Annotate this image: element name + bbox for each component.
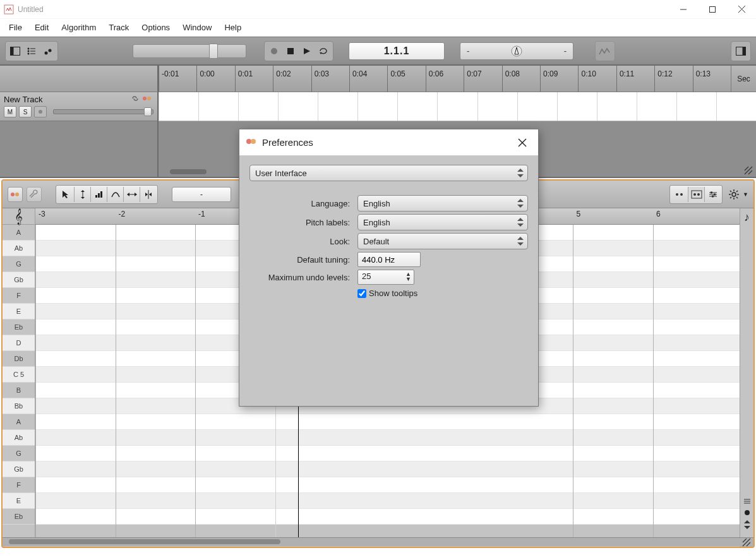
svg-marker-75 — [517, 223, 524, 227]
editor-ruler-label: 5 — [576, 210, 580, 218]
svg-marker-36 — [135, 193, 137, 196]
solo-button[interactable]: S — [19, 106, 32, 117]
view-sliders-icon[interactable] — [704, 187, 721, 202]
look-select[interactable]: Default — [357, 233, 528, 249]
menu-bar: File Edit Algorithm Track Options Window… — [0, 19, 756, 37]
metronome-icon[interactable] — [511, 45, 522, 57]
menu-help[interactable]: Help — [218, 20, 248, 35]
svg-marker-27 — [63, 191, 68, 198]
vertical-move-tool-icon[interactable] — [74, 187, 90, 202]
right-panel-toggle-icon[interactable] — [733, 44, 748, 59]
timeline-resize-icon[interactable] — [743, 165, 753, 176]
svg-point-24 — [39, 110, 42, 114]
tracks-icon[interactable] — [24, 44, 39, 59]
track-link-icon[interactable] — [131, 95, 140, 102]
vscroll-arrows-icon[interactable] — [743, 520, 751, 530]
play-button[interactable] — [299, 44, 315, 59]
fx-icon[interactable] — [597, 44, 613, 59]
view-notes-icon[interactable] — [671, 187, 688, 202]
language-select[interactable]: English — [357, 195, 528, 211]
track-nodes-icon[interactable] — [142, 95, 152, 102]
tuning-label: Default tuning: — [249, 255, 352, 265]
timeline-ruler[interactable]: -0:01 0:00 0:01 0:02 0:03 0:04 0:05 0:06… — [159, 66, 731, 92]
seek-handle[interactable] — [209, 44, 218, 59]
record-arm-button[interactable] — [34, 106, 47, 117]
svg-rect-31 — [95, 195, 97, 198]
ruler-tick-label: 0:09 — [543, 69, 558, 78]
zoom-display[interactable]: - — [172, 187, 231, 202]
menu-edit[interactable]: Edit — [28, 20, 55, 35]
seek-slider[interactable] — [133, 44, 246, 58]
undo-levels-spinner[interactable]: 25▲▼ — [357, 270, 414, 285]
pitch-label: Ab — [3, 241, 35, 256]
spinner-arrows-icon[interactable]: ▲▼ — [405, 271, 411, 282]
menu-file[interactable]: File — [3, 20, 28, 35]
draw-tool-icon[interactable] — [90, 187, 107, 202]
svg-point-43 — [693, 193, 696, 196]
editor-resize-icon[interactable] — [742, 538, 751, 547]
stop-button[interactable] — [283, 44, 298, 59]
menu-algorithm[interactable]: Algorithm — [55, 20, 102, 35]
pitch-label: A — [3, 225, 35, 241]
timeline-hscroll-thumb[interactable] — [170, 169, 207, 174]
record-button[interactable] — [267, 44, 282, 59]
pitch-label: B — [3, 383, 35, 398]
position-display[interactable]: 1.1.1 — [349, 42, 445, 60]
svg-point-15 — [271, 48, 277, 54]
dialog-close-button[interactable] — [513, 133, 532, 152]
left-panel-toggle-icon[interactable] — [8, 44, 23, 59]
split-tool-icon[interactable] — [140, 187, 156, 202]
dialog-title: Preferences — [262, 137, 313, 148]
svg-marker-39 — [149, 193, 152, 196]
track-volume-handle[interactable] — [144, 107, 152, 116]
chevron-down-icon[interactable]: ▼ — [743, 191, 748, 198]
view-boxed-icon[interactable] — [688, 187, 704, 202]
ruler-tick-label: 0:04 — [352, 69, 367, 78]
notes-icon[interactable] — [40, 44, 56, 59]
track-lane[interactable] — [159, 92, 756, 121]
curve-tool-icon[interactable] — [107, 187, 123, 202]
track-header[interactable]: New Track M S — [0, 92, 157, 121]
ruler-unit[interactable]: Sec — [731, 66, 756, 92]
menu-options[interactable]: Options — [135, 20, 176, 35]
tempo-display[interactable]: - - — [460, 42, 573, 60]
svg-point-9 — [28, 50, 30, 52]
show-tooltips-checkbox[interactable] — [357, 289, 366, 298]
track-volume-slider[interactable] — [53, 109, 153, 114]
ruler-tick-label: -0:01 — [162, 69, 179, 78]
menu-track[interactable]: Track — [102, 20, 135, 35]
tuning-input[interactable] — [357, 252, 421, 267]
window-minimize-button[interactable] — [669, 0, 698, 19]
editor-hscroll-thumb[interactable] — [9, 539, 280, 544]
pitch-label: C 5 — [3, 367, 35, 383]
loop-button[interactable] — [316, 44, 331, 59]
svg-point-44 — [697, 193, 700, 196]
menu-window[interactable]: Window — [176, 20, 218, 35]
editor-nodes-icon[interactable] — [8, 187, 23, 202]
editor-view-options — [669, 185, 723, 204]
editor-settings-gear-icon[interactable] — [726, 187, 741, 202]
window-close-button[interactable] — [727, 0, 756, 19]
svg-rect-32 — [98, 193, 100, 198]
vscroll-dot-icon[interactable] — [744, 509, 750, 516]
svg-rect-48 — [711, 191, 712, 193]
hstretch-tool-icon[interactable] — [123, 187, 140, 202]
pitch-label: Bb — [3, 398, 35, 414]
window-maximize-button[interactable] — [698, 0, 727, 19]
editor-wrench-icon[interactable] — [27, 187, 42, 202]
chevron-updown-icon — [517, 198, 524, 208]
svg-rect-50 — [712, 195, 714, 197]
svg-point-41 — [680, 193, 683, 196]
pointer-tool-icon[interactable] — [57, 187, 74, 202]
ruler-tick-label: 0:10 — [581, 69, 596, 78]
eighth-note-icon[interactable]: ♪ — [744, 211, 750, 224]
preferences-section-select[interactable]: User Interface — [249, 165, 528, 181]
mute-button[interactable]: M — [4, 106, 16, 117]
tempo-left: - — [467, 46, 469, 56]
vscroll-lines-icon[interactable] — [743, 497, 752, 506]
svg-marker-76 — [517, 237, 524, 240]
transport-toolbar: 1.1.1 - - — [0, 37, 756, 66]
pitch-labels-select[interactable]: English — [357, 214, 528, 230]
editor-hscroll[interactable] — [3, 537, 740, 546]
svg-point-23 — [147, 97, 151, 100]
